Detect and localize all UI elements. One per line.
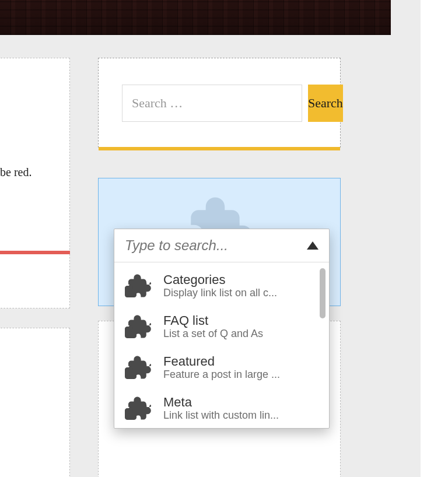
- widget-option-desc: Link list with custom lin...: [163, 409, 310, 422]
- widget-option-desc: Feature a post in large ...: [163, 369, 310, 381]
- search-form: Search: [122, 85, 317, 122]
- page-editor-workspace: be red. Search Categor: [0, 0, 448, 477]
- widget-option-texts: Categories Display link list on all c...: [163, 273, 318, 299]
- widget-option-categories[interactable]: Categories Display link list on all c...: [114, 265, 329, 306]
- widget-option-title: Featured: [163, 355, 318, 369]
- puzzle-icon: [125, 273, 153, 301]
- collapse-up-icon[interactable]: [307, 241, 318, 250]
- widget-picker-popover: Categories Display link list on all c...…: [114, 229, 330, 429]
- widget-option-desc: Display link list on all c...: [163, 287, 310, 299]
- left-fragment-text: be red.: [0, 166, 32, 179]
- widget-picker-list: Categories Display link list on all c...…: [114, 262, 329, 428]
- puzzle-icon: [125, 314, 153, 342]
- search-input[interactable]: [122, 85, 302, 122]
- widget-picker-search-input[interactable]: [125, 237, 307, 254]
- search-button[interactable]: Search: [308, 85, 343, 122]
- widget-option-featured[interactable]: Featured Feature a post in large ...: [114, 346, 329, 387]
- viewport-scrollbar-gutter[interactable]: [420, 0, 448, 477]
- widget-option-desc: List a set of Q and As: [163, 328, 310, 340]
- left-sidebar-card: [0, 328, 70, 477]
- widget-option-texts: Featured Feature a post in large ...: [163, 355, 318, 381]
- widget-option-title: Meta: [163, 395, 318, 409]
- widget-picker-header: [114, 229, 329, 262]
- widget-option-title: Categories: [163, 273, 318, 287]
- search-widget-card: Search: [98, 58, 341, 148]
- widget-option-meta[interactable]: Meta Link list with custom lin...: [114, 387, 329, 428]
- widget-option-title: FAQ list: [163, 314, 318, 328]
- widget-option-texts: FAQ list List a set of Q and As: [163, 314, 318, 340]
- widget-option-faq-list[interactable]: FAQ list List a set of Q and As: [114, 306, 329, 346]
- widget-option-texts: Meta Link list with custom lin...: [163, 395, 318, 422]
- header-image: [0, 0, 391, 35]
- widget-picker-scrollbar[interactable]: [320, 268, 326, 318]
- puzzle-icon: [125, 355, 153, 383]
- puzzle-icon: [125, 395, 153, 423]
- left-card-accent: [0, 251, 70, 254]
- left-content-card: [0, 58, 70, 308]
